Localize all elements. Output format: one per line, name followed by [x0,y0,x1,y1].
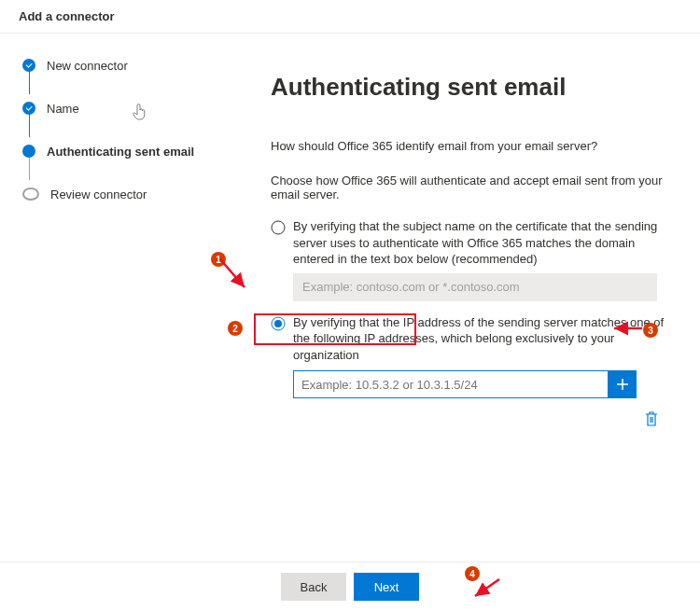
question-text: How should Office 365 identify email fro… [271,139,672,153]
step-connector-line [29,112,30,137]
step-review[interactable]: Review connector [22,185,237,203]
radio-unchecked-icon [271,220,286,235]
main-content: Authenticating sent email How should Off… [237,34,700,559]
back-button[interactable]: Back [281,573,346,601]
radio-label-ip: By verifying that the IP address of the … [293,314,672,364]
step-authenticating[interactable]: Authenticating sent email [22,142,237,160]
heading: Authenticating sent email [271,73,672,102]
step-new-connector[interactable]: New connector [22,56,237,75]
step-label: Review connector [50,187,147,201]
radio-checked-icon [271,316,286,331]
certificate-placeholder: Example: contoso.com or *.contoso.com [302,280,520,294]
step-connector-line [29,155,30,180]
radio-option-ip[interactable]: By verifying that the IP address of the … [271,314,672,364]
step-label: Authenticating sent email [47,145,194,159]
step-pending-icon [22,187,39,201]
step-name[interactable]: Name [22,99,237,118]
step-connector-line [29,69,30,94]
svg-point-2 [274,320,282,327]
body: New connector Name Authenticating sent e… [0,34,700,559]
certificate-domain-input: Example: contoso.com or *.contoso.com [293,273,657,301]
instruction-text: Choose how Office 365 will authenticate … [271,174,672,201]
radio-label-certificate: By verifying that the subject name on th… [293,218,672,268]
step-label: New connector [47,59,128,73]
header: Add a connector [0,0,700,34]
step-current-icon [22,145,35,158]
ip-address-input[interactable] [293,370,609,398]
add-ip-button[interactable] [609,370,637,398]
step-label: Name [47,102,79,116]
plus-icon [616,378,629,391]
wizard-stepper: New connector Name Authenticating sent e… [0,34,237,559]
trash-icon [645,415,658,429]
next-button[interactable]: Next [354,573,419,601]
page-title: Add a connector [19,9,115,23]
wizard-footer: Back Next [0,562,700,611]
step-completed-icon [22,102,35,115]
step-completed-icon [22,59,35,72]
remove-ip-button[interactable] [645,411,658,429]
radio-option-certificate[interactable]: By verifying that the subject name on th… [271,218,672,268]
svg-point-0 [272,221,285,234]
